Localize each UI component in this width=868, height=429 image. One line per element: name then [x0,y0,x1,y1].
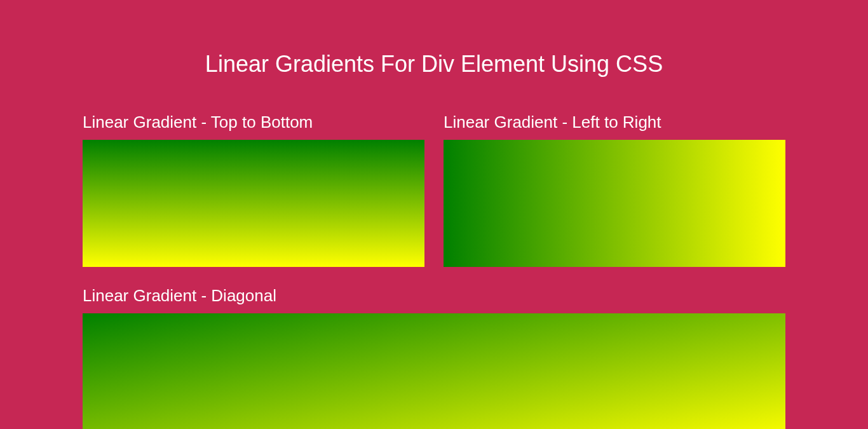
gradient-box-diagonal [83,313,785,429]
card-title-top-bottom: Linear Gradient - Top to Bottom [83,112,424,132]
card-top-bottom: Linear Gradient - Top to Bottom [83,112,424,267]
row-top: Linear Gradient - Top to Bottom Linear G… [83,112,785,267]
card-left-right: Linear Gradient - Left to Right [444,112,785,267]
card-title-diagonal: Linear Gradient - Diagonal [83,286,785,306]
page-title: Linear Gradients For Div Element Using C… [83,0,785,112]
gradient-box-top-bottom [83,140,424,267]
page-container: Linear Gradients For Div Element Using C… [0,0,868,429]
card-diagonal: Linear Gradient - Diagonal [83,286,785,429]
card-title-left-right: Linear Gradient - Left to Right [444,112,785,132]
gradient-box-left-right [444,140,785,267]
